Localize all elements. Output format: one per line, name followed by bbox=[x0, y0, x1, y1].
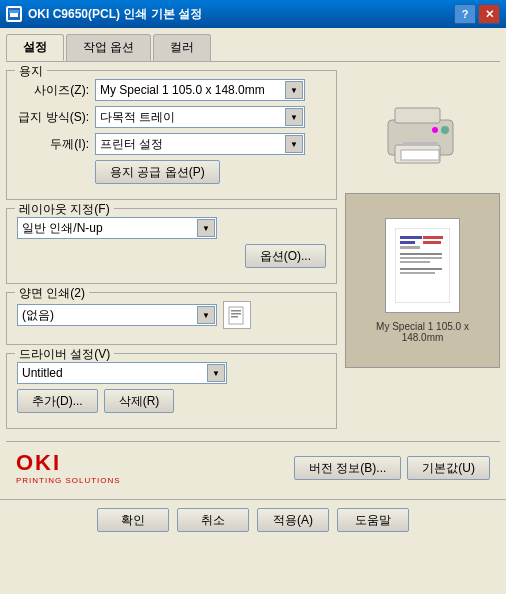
svg-rect-10 bbox=[403, 142, 438, 145]
oki-logo-text: OKI bbox=[16, 450, 121, 476]
driver-buttons-row: 추가(D)... 삭제(R) bbox=[17, 389, 326, 413]
svg-rect-15 bbox=[400, 236, 422, 239]
driver-legend: 드라이버 설정(V) bbox=[15, 346, 114, 363]
title-bar-buttons: ? ✕ bbox=[454, 4, 500, 24]
paper-feed-select-wrapper: 다목적 트레이 ▼ bbox=[95, 106, 305, 128]
paper-section: 용지 사이즈(Z): My Special 1 105.0 x 148.0mm … bbox=[6, 70, 337, 200]
printer-icon bbox=[383, 100, 463, 173]
layout-options-button[interactable]: 옵션(O)... bbox=[245, 244, 326, 268]
svg-point-12 bbox=[441, 126, 449, 134]
layout-select-row: 일반 인쇄/N-up ▼ bbox=[17, 217, 326, 239]
driver-delete-button[interactable]: 삭제(R) bbox=[104, 389, 175, 413]
svg-rect-4 bbox=[231, 310, 241, 312]
paper-thickness-label: 두께(I): bbox=[17, 136, 89, 153]
paper-size-select-wrapper: My Special 1 105.0 x 148.0mm ▼ bbox=[95, 79, 305, 101]
driver-add-button[interactable]: 추가(D)... bbox=[17, 389, 98, 413]
svg-rect-17 bbox=[400, 246, 420, 249]
help-button[interactable]: 도움말 bbox=[337, 508, 409, 532]
layout-select-wrapper: 일반 인쇄/N-up ▼ bbox=[17, 217, 217, 239]
svg-rect-24 bbox=[400, 272, 435, 274]
svg-point-13 bbox=[432, 127, 438, 133]
left-panels: 용지 사이즈(Z): My Special 1 105.0 x 148.0mm … bbox=[6, 70, 337, 437]
svg-rect-8 bbox=[395, 108, 440, 123]
oki-logo-sub: PRINTING SOLUTIONS bbox=[16, 476, 121, 485]
duplex-icon bbox=[223, 301, 251, 329]
paper-feed-label: 급지 방식(S): bbox=[17, 109, 89, 126]
layout-section: 레이아웃 지정(F) 일반 인쇄/N-up ▼ 옵션(O)... bbox=[6, 208, 337, 284]
paper-feed-row: 급지 방식(S): 다목적 트레이 ▼ bbox=[17, 106, 326, 128]
dialog-title: OKI C9650(PCL) 인쇄 기본 설정 bbox=[28, 6, 454, 23]
layout-options-row: 옵션(O)... bbox=[17, 244, 326, 268]
ok-button[interactable]: 확인 bbox=[97, 508, 169, 532]
duplex-section: 양면 인쇄(2) (없음) ▼ bbox=[6, 292, 337, 345]
help-title-button[interactable]: ? bbox=[454, 4, 476, 24]
duplex-select[interactable]: (없음) bbox=[17, 304, 217, 326]
preview-label: My Special 1 105.0 x 148.0mm bbox=[354, 321, 491, 343]
tab-settings[interactable]: 설정 bbox=[6, 34, 64, 61]
paper-size-select[interactable]: My Special 1 105.0 x 148.0mm bbox=[95, 79, 305, 101]
bottom-buttons: 버전 정보(B)... 기본값(U) bbox=[294, 456, 490, 480]
svg-rect-11 bbox=[401, 150, 439, 160]
driver-select[interactable]: Untitled bbox=[17, 362, 227, 384]
svg-rect-23 bbox=[400, 268, 442, 270]
dialog-footer: 확인 취소 적용(A) 도움말 bbox=[0, 499, 506, 538]
svg-rect-5 bbox=[231, 313, 241, 315]
paper-thickness-row: 두께(I): 프린터 설정 ▼ bbox=[17, 133, 326, 155]
layout-legend: 레이아웃 지정(F) bbox=[15, 201, 114, 218]
tab-job-options[interactable]: 작업 옵션 bbox=[66, 34, 151, 61]
right-area: My Special 1 105.0 x 148.0mm bbox=[345, 70, 500, 437]
paper-thickness-select[interactable]: 프린터 설정 bbox=[95, 133, 305, 155]
main-area: 용지 사이즈(Z): My Special 1 105.0 x 148.0mm … bbox=[6, 70, 500, 437]
app-icon bbox=[6, 6, 22, 22]
version-info-button[interactable]: 버전 정보(B)... bbox=[294, 456, 401, 480]
tab-bar: 설정 작업 옵션 컬러 bbox=[6, 34, 500, 62]
paper-supply-row: 용지 공급 옵션(P) bbox=[17, 160, 326, 184]
duplex-select-wrapper: (없음) ▼ bbox=[17, 304, 217, 326]
svg-rect-21 bbox=[400, 257, 442, 259]
close-title-button[interactable]: ✕ bbox=[478, 4, 500, 24]
driver-select-wrapper: Untitled ▼ bbox=[17, 362, 227, 384]
svg-rect-6 bbox=[231, 316, 238, 318]
paper-size-label: 사이즈(Z): bbox=[17, 82, 89, 99]
driver-section: 드라이버 설정(V) Untitled ▼ 추가(D)... 삭제(R) bbox=[6, 353, 337, 429]
duplex-row: (없음) ▼ bbox=[17, 301, 326, 329]
dialog-body: 설정 작업 옵션 컬러 용지 사이즈(Z): My Special 1 105.… bbox=[0, 28, 506, 499]
svg-rect-22 bbox=[400, 261, 430, 263]
paper-feed-select[interactable]: 다목적 트레이 bbox=[95, 106, 305, 128]
duplex-legend: 양면 인쇄(2) bbox=[15, 285, 89, 302]
svg-rect-2 bbox=[9, 10, 19, 13]
apply-button[interactable]: 적용(A) bbox=[257, 508, 329, 532]
default-button[interactable]: 기본값(U) bbox=[407, 456, 490, 480]
svg-rect-18 bbox=[423, 236, 443, 239]
paper-size-row: 사이즈(Z): My Special 1 105.0 x 148.0mm ▼ bbox=[17, 79, 326, 101]
svg-rect-19 bbox=[423, 241, 441, 244]
title-bar: OKI C9650(PCL) 인쇄 기본 설정 ? ✕ bbox=[0, 0, 506, 28]
svg-rect-14 bbox=[395, 228, 450, 303]
preview-paper bbox=[385, 218, 460, 313]
svg-rect-20 bbox=[400, 253, 442, 255]
cancel-button[interactable]: 취소 bbox=[177, 508, 249, 532]
svg-rect-3 bbox=[229, 307, 243, 324]
paper-supply-button[interactable]: 용지 공급 옵션(P) bbox=[95, 160, 220, 184]
paper-preview-area: My Special 1 105.0 x 148.0mm bbox=[345, 193, 500, 368]
paper-legend: 용지 bbox=[15, 63, 47, 80]
paper-thickness-select-wrapper: 프린터 설정 ▼ bbox=[95, 133, 305, 155]
bottom-bar: OKI PRINTING SOLUTIONS 버전 정보(B)... 기본값(U… bbox=[6, 441, 500, 493]
oki-logo: OKI PRINTING SOLUTIONS bbox=[16, 450, 121, 485]
tab-color[interactable]: 컬러 bbox=[153, 34, 211, 61]
driver-select-row: Untitled ▼ bbox=[17, 362, 326, 384]
svg-rect-16 bbox=[400, 241, 415, 244]
layout-select[interactable]: 일반 인쇄/N-up bbox=[17, 217, 217, 239]
